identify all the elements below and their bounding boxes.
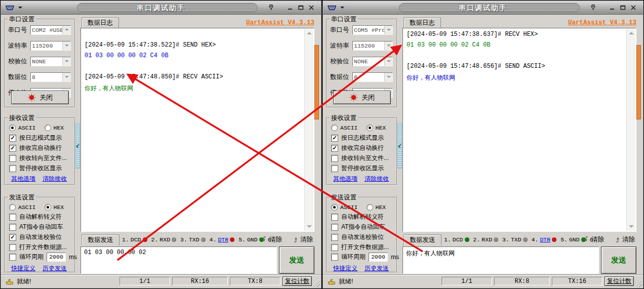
checkbox-parse-escape[interactable] bbox=[9, 214, 16, 221]
checkbox-log-mode[interactable] bbox=[9, 135, 16, 142]
data-log-area[interactable]: [2024-05-09 15:47:38.522]# SEND HEX> 01 … bbox=[80, 28, 314, 232]
parity-combo[interactable]: NONE bbox=[30, 57, 71, 66]
clear-recv-button[interactable]: 清除 bbox=[293, 235, 313, 244]
close-port-button[interactable]: 关闭 bbox=[11, 91, 69, 104]
radio-recv-ascii[interactable] bbox=[331, 125, 338, 131]
link-history-send[interactable]: 历史发送 bbox=[365, 264, 389, 273]
baudrate-combo[interactable]: 115200 bbox=[30, 41, 71, 51]
link-clear-receive[interactable]: 清除接收 bbox=[43, 175, 67, 183]
checkbox-auto-wrap[interactable] bbox=[9, 145, 16, 152]
maximize-button[interactable] bbox=[618, 3, 627, 12]
log-scrollbar[interactable] bbox=[304, 29, 313, 231]
scroll-down-icon[interactable] bbox=[307, 225, 312, 228]
radio-send-ascii[interactable] bbox=[9, 204, 16, 211]
brand-link[interactable]: UartAssist V4.3.13 bbox=[246, 19, 314, 26]
pin-button[interactable] bbox=[588, 3, 597, 12]
checkbox-pause-display[interactable] bbox=[331, 165, 338, 172]
radio-send-hex[interactable] bbox=[367, 204, 373, 211]
recv-mode-radios: ASCII HEX bbox=[331, 124, 392, 131]
indicator-dtr[interactable]: 4.DTR bbox=[210, 236, 235, 243]
tab-data-send[interactable]: 数据发送 bbox=[404, 234, 441, 245]
checkbox-auto-checksum[interactable] bbox=[331, 234, 338, 241]
port-combo[interactable]: COM2 #USB bbox=[30, 25, 71, 35]
link-history-send[interactable]: 历史发送 bbox=[43, 264, 67, 273]
checkbox-auto-wrap[interactable] bbox=[331, 145, 338, 152]
send-button[interactable]: 发送 bbox=[601, 246, 636, 274]
log-scrollbar[interactable] bbox=[626, 29, 635, 231]
scroll-up-icon[interactable] bbox=[629, 32, 634, 34]
panel-splitter[interactable] bbox=[397, 123, 402, 169]
window-menu-button[interactable] bbox=[327, 3, 344, 12]
clear-send-button[interactable]: 清除 bbox=[584, 235, 604, 244]
tab-data-log[interactable]: 数据日志 bbox=[404, 17, 441, 28]
checkbox-auto-checksum[interactable] bbox=[9, 234, 16, 241]
dropdown-button[interactable] bbox=[384, 73, 392, 81]
minimize-button[interactable] bbox=[608, 3, 617, 12]
dropdown-button[interactable] bbox=[384, 42, 392, 50]
tab-data-send[interactable]: 数据发送 bbox=[82, 234, 119, 245]
data-log-area[interactable]: [2024-05-09 15:47:38.637]# RECV HEX> 01 … bbox=[402, 28, 636, 232]
receive-settings-group: 接收设置 ASCII HEX 按日志模式显示 接收完自动换行 接收转向至文件..… bbox=[4, 117, 75, 185]
link-other-options[interactable]: 其他选项 bbox=[333, 175, 357, 183]
dropdown-button[interactable] bbox=[62, 26, 70, 34]
dropdown-button[interactable] bbox=[62, 57, 70, 66]
reset-counter-button[interactable]: 复位计数 bbox=[283, 276, 312, 286]
checkbox-cycle-period[interactable] bbox=[331, 254, 338, 261]
databits-combo[interactable]: 8 bbox=[30, 72, 71, 82]
pin-button[interactable] bbox=[266, 3, 275, 12]
checkbox-cycle-period[interactable] bbox=[9, 254, 16, 261]
checkbox-redirect-file[interactable] bbox=[9, 155, 16, 162]
checkbox-file-source[interactable] bbox=[9, 244, 16, 251]
baudrate-combo[interactable]: 115200 bbox=[352, 41, 393, 51]
dropdown-button[interactable] bbox=[62, 73, 70, 81]
radio-recv-hex[interactable] bbox=[367, 125, 373, 131]
link-shortcut-define[interactable]: 快捷定义 bbox=[11, 264, 35, 273]
maximize-button[interactable] bbox=[296, 3, 305, 12]
radio-recv-ascii[interactable] bbox=[9, 125, 16, 131]
cycle-period-input[interactable]: 2000 bbox=[369, 253, 388, 262]
port-combo[interactable]: COM5 #Pro bbox=[352, 25, 393, 35]
radio-recv-hex[interactable] bbox=[45, 125, 51, 131]
dropdown-button[interactable] bbox=[384, 57, 392, 66]
brand-link[interactable]: UartAssist V4.3.13 bbox=[568, 19, 636, 26]
resize-grip[interactable] bbox=[313, 280, 320, 287]
checkbox-redirect-file[interactable] bbox=[331, 155, 338, 162]
link-shortcut-define[interactable]: 快捷定义 bbox=[333, 264, 357, 273]
checkbox-at-return[interactable] bbox=[331, 224, 338, 231]
send-input[interactable]: 01 03 00 00 00 02 bbox=[80, 246, 277, 274]
link-clear-receive[interactable]: 清除接收 bbox=[365, 175, 389, 183]
cycle-period-input[interactable]: 2000 bbox=[47, 253, 66, 262]
dropdown-button[interactable] bbox=[384, 26, 392, 34]
cycle-unit: ms bbox=[391, 254, 399, 261]
checkbox-file-source[interactable] bbox=[331, 244, 338, 251]
radio-send-ascii[interactable] bbox=[331, 204, 338, 211]
recv-links: 其他选项 清除接收 bbox=[333, 175, 389, 183]
databits-combo[interactable]: 8 bbox=[352, 72, 393, 82]
scroll-down-icon[interactable] bbox=[629, 225, 634, 228]
send-button[interactable]: 发送 bbox=[279, 246, 314, 274]
checkbox-parse-escape[interactable] bbox=[331, 214, 338, 221]
indicator-dtr[interactable]: 4.DTR bbox=[532, 236, 557, 243]
close-button[interactable] bbox=[307, 3, 316, 12]
window-menu-button[interactable] bbox=[5, 3, 22, 12]
close-port-button[interactable]: 关闭 bbox=[333, 91, 391, 104]
close-button[interactable] bbox=[629, 3, 638, 12]
checkbox-pause-display[interactable] bbox=[9, 165, 16, 172]
scrollbar-thumb[interactable] bbox=[314, 45, 319, 119]
checkbox-log-mode[interactable] bbox=[331, 135, 338, 142]
radio-send-hex[interactable] bbox=[45, 204, 51, 211]
send-input[interactable]: 你好，有人物联网 bbox=[402, 246, 599, 274]
clear-send-button[interactable]: 清除 bbox=[262, 235, 282, 244]
clear-recv-button[interactable]: 清除 bbox=[615, 235, 635, 244]
reset-counter-button[interactable]: 复位计数 bbox=[605, 276, 634, 286]
scrollbar-thumb[interactable] bbox=[636, 45, 641, 119]
dropdown-button[interactable] bbox=[62, 42, 70, 50]
scroll-up-icon[interactable] bbox=[307, 32, 312, 34]
link-other-options[interactable]: 其他选项 bbox=[11, 175, 35, 183]
tab-data-log[interactable]: 数据日志 bbox=[82, 17, 119, 28]
panel-splitter[interactable] bbox=[75, 123, 80, 169]
parity-combo[interactable]: NONE bbox=[352, 57, 393, 66]
checkbox-at-return[interactable] bbox=[9, 224, 16, 231]
minimize-button[interactable] bbox=[286, 3, 295, 12]
resize-grip[interactable] bbox=[635, 280, 642, 287]
